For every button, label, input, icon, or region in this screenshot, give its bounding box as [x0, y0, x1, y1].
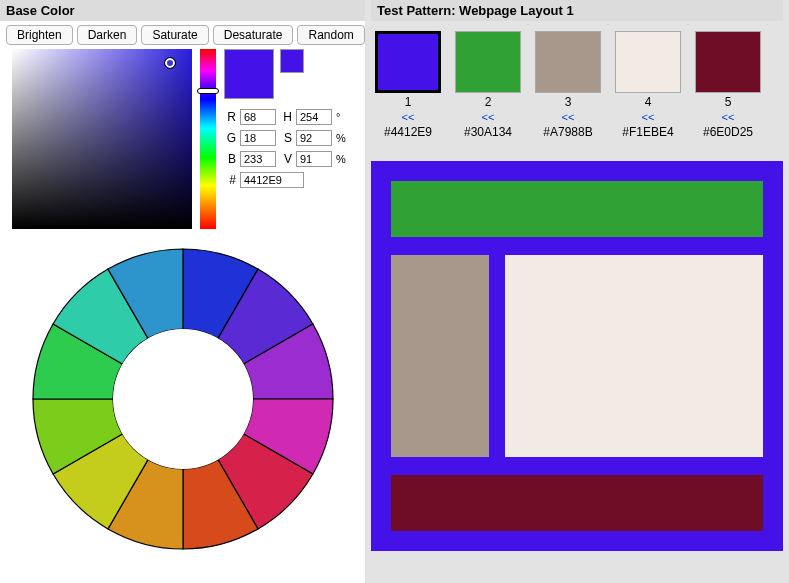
- g-input[interactable]: [240, 130, 276, 146]
- hue-slider-thumb[interactable]: [197, 88, 219, 94]
- palette-swatch-2[interactable]: [455, 31, 521, 93]
- g-label: G: [224, 131, 236, 145]
- palette-item-3: 3<<#A7988B: [535, 31, 601, 139]
- r-label: R: [224, 110, 236, 124]
- v-unit: %: [336, 153, 346, 165]
- preview-sidebar: [391, 255, 489, 457]
- s-unit: %: [336, 132, 346, 144]
- palette-item-5: 5<<#6E0D25: [695, 31, 761, 139]
- brighten-button[interactable]: Brighten: [6, 25, 73, 45]
- layout-preview: [371, 161, 783, 551]
- b-label: B: [224, 152, 236, 166]
- palette-item-4: 4<<#F1EBE4: [615, 31, 681, 139]
- palette-hex: #6E0D25: [703, 125, 753, 139]
- v-label: V: [280, 152, 292, 166]
- sv-picker[interactable]: [12, 49, 192, 229]
- palette-index: 2: [485, 95, 492, 109]
- h-input[interactable]: [296, 109, 332, 125]
- s-label: S: [280, 131, 292, 145]
- palette-index: 3: [565, 95, 572, 109]
- palette-item-2: 2<<#30A134: [455, 31, 521, 139]
- palette-swatch-3[interactable]: [535, 31, 601, 93]
- palette-prev-button[interactable]: <<: [482, 111, 495, 123]
- palette-hex: #30A134: [464, 125, 512, 139]
- b-input[interactable]: [240, 151, 276, 167]
- h-label: H: [280, 110, 292, 124]
- hex-input[interactable]: [240, 172, 304, 188]
- h-unit: °: [336, 111, 346, 123]
- v-input[interactable]: [296, 151, 332, 167]
- test-pattern-title: Test Pattern: Webpage Layout 1: [371, 0, 783, 21]
- random-button[interactable]: Random: [297, 25, 364, 45]
- r-input[interactable]: [240, 109, 276, 125]
- svg-point-0: [113, 329, 253, 469]
- palette-hex: #A7988B: [543, 125, 592, 139]
- preview-footer: [391, 475, 763, 531]
- palette-prev-button[interactable]: <<: [722, 111, 735, 123]
- preview-main: [505, 255, 763, 457]
- palette-hex: #F1EBE4: [622, 125, 673, 139]
- base-color-title: Base Color: [0, 0, 365, 21]
- swatch-large: [224, 49, 274, 99]
- palette-prev-button[interactable]: <<: [402, 111, 415, 123]
- palette-swatch-5[interactable]: [695, 31, 761, 93]
- preview-header: [391, 181, 763, 237]
- palette-index: 5: [725, 95, 732, 109]
- saturate-button[interactable]: Saturate: [141, 25, 208, 45]
- darken-button[interactable]: Darken: [77, 25, 138, 45]
- hex-label: #: [224, 173, 236, 187]
- palette-index: 4: [645, 95, 652, 109]
- s-input[interactable]: [296, 130, 332, 146]
- palette-prev-button[interactable]: <<: [562, 111, 575, 123]
- hue-slider[interactable]: [200, 49, 216, 229]
- sv-cursor[interactable]: [165, 58, 175, 68]
- palette-hex: #4412E9: [384, 125, 432, 139]
- palette-item-1: 1<<#4412E9: [375, 31, 441, 139]
- color-wheel[interactable]: [23, 239, 343, 559]
- desaturate-button[interactable]: Desaturate: [213, 25, 294, 45]
- palette-swatch-1[interactable]: [375, 31, 441, 93]
- swatch-small: [280, 49, 304, 73]
- palette-index: 1: [405, 95, 412, 109]
- palette-swatch-4[interactable]: [615, 31, 681, 93]
- palette-row: 1<<#4412E92<<#30A1343<<#A7988B4<<#F1EBE4…: [371, 21, 783, 143]
- palette-prev-button[interactable]: <<: [642, 111, 655, 123]
